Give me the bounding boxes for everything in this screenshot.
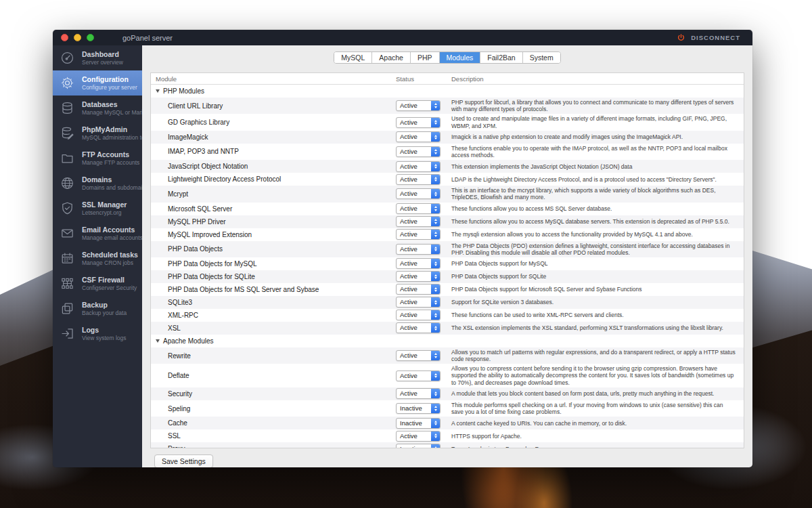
tab-modules[interactable]: Modules bbox=[440, 52, 481, 63]
tab-php[interactable]: PHP bbox=[411, 52, 440, 63]
module-name: ImageMagick bbox=[151, 133, 396, 141]
sidebar-item-configuration[interactable]: Configuration Configure your server bbox=[53, 70, 142, 96]
disconnect-label: DISCONNECT bbox=[691, 34, 740, 41]
sidebar-item-label: Configuration bbox=[82, 75, 137, 84]
module-description: This module performs spell checking on a… bbox=[450, 401, 738, 416]
sidebar-item-csf-firewall[interactable]: CSF Firewall Configserver Security bbox=[53, 271, 142, 296]
status-select-value: Active bbox=[397, 230, 431, 239]
module-description: Allows you to match url patterns with re… bbox=[450, 348, 738, 363]
status-select-value: Active bbox=[397, 371, 431, 381]
sidebar-item-phpmyadmin[interactable]: PhpMyAdmin MySQL administration tool bbox=[53, 121, 142, 146]
network-nodes-icon bbox=[59, 275, 76, 292]
status-select[interactable]: Active bbox=[396, 216, 441, 227]
status-select[interactable]: Active bbox=[396, 188, 441, 199]
app-window: goPanel server DISCONNECT Dashboard Serv… bbox=[53, 30, 752, 467]
sidebar-item-ssl-manager[interactable]: SSL Manager Letsencrypt.org bbox=[53, 196, 142, 221]
status-select[interactable]: Active bbox=[396, 174, 441, 185]
sidebar-item-sublabel: Manage CRON jobs bbox=[82, 259, 138, 267]
select-arrows-icon bbox=[431, 371, 440, 381]
select-arrows-icon bbox=[431, 245, 440, 254]
status-select-value: Inactive bbox=[397, 419, 431, 428]
close-window-button[interactable] bbox=[61, 34, 68, 41]
tab-mysql[interactable]: MySQL bbox=[334, 52, 372, 63]
status-select[interactable]: Active bbox=[396, 271, 441, 282]
disconnect-button[interactable]: DISCONNECT bbox=[664, 30, 752, 45]
sidebar-item-sublabel: Server overview bbox=[82, 59, 123, 66]
database-icon bbox=[59, 100, 76, 117]
status-select-value: Active bbox=[397, 351, 431, 360]
tab-system[interactable]: System bbox=[523, 52, 560, 63]
module-name: XSL bbox=[151, 324, 396, 332]
sidebar-item-domains[interactable]: Domains Domains and subdomains bbox=[53, 171, 142, 196]
module-description: A content cache keyed to URIs. You can c… bbox=[450, 419, 738, 427]
status-select[interactable]: Active bbox=[396, 310, 441, 320]
status-select[interactable]: Active bbox=[396, 229, 441, 240]
status-select[interactable]: Inactive bbox=[396, 444, 441, 448]
select-arrows-icon bbox=[431, 147, 440, 156]
status-select-value: Active bbox=[397, 297, 431, 307]
module-row: Deflate Active Allows you to compress co… bbox=[151, 364, 744, 387]
module-name: PHP Data Objects bbox=[151, 245, 396, 253]
module-row: GD Graphics Library Active Used to creat… bbox=[151, 114, 744, 130]
status-select[interactable]: Active bbox=[396, 371, 441, 381]
module-description: This extension implements the JavaScript… bbox=[450, 163, 738, 171]
titlebar[interactable]: goPanel server DISCONNECT bbox=[53, 30, 752, 45]
module-row: Microsoft SQL Server Active These functi… bbox=[151, 203, 744, 215]
select-arrows-icon bbox=[431, 284, 440, 294]
module-description: PHP Data Objects support for Microsoft S… bbox=[450, 285, 738, 293]
status-select[interactable]: Active bbox=[396, 203, 441, 214]
module-row: PHP Data Objects for SQLite Active PHP D… bbox=[151, 270, 744, 283]
status-select[interactable]: Active bbox=[396, 244, 441, 255]
status-select[interactable]: Active bbox=[396, 100, 441, 111]
power-icon bbox=[677, 33, 685, 42]
select-arrows-icon bbox=[431, 132, 440, 142]
sidebar-item-logs[interactable]: Logs View system logs bbox=[53, 321, 142, 346]
sidebar-item-sublabel: Manage MySQL or MariaDB bbox=[82, 109, 138, 117]
module-row: MySQL Improved Extension Active The mysq… bbox=[151, 228, 744, 241]
status-select-value: Inactive bbox=[397, 404, 431, 413]
sidebar-item-dashboard[interactable]: Dashboard Server overview bbox=[53, 45, 142, 70]
module-row: Rewrite Active Allows you to match url p… bbox=[151, 347, 744, 364]
status-select[interactable]: Active bbox=[396, 322, 441, 333]
sidebar-item-backup[interactable]: Backup Backup your data bbox=[53, 296, 142, 321]
status-select[interactable]: Active bbox=[396, 431, 441, 442]
status-select[interactable]: Active bbox=[396, 258, 441, 269]
group-header-row[interactable]: Apache Modules bbox=[151, 335, 744, 347]
zoom-window-button[interactable] bbox=[87, 34, 94, 41]
status-select[interactable]: Inactive bbox=[396, 418, 441, 429]
module-description: Imagick is a native php extension to cre… bbox=[450, 133, 738, 141]
status-select[interactable]: Active bbox=[396, 388, 441, 399]
disclosure-triangle-icon[interactable] bbox=[156, 339, 160, 343]
desktop-wallpaper: goPanel server DISCONNECT Dashboard Serv… bbox=[0, 0, 812, 508]
tab-fail2ban[interactable]: Fail2Ban bbox=[480, 52, 522, 63]
save-settings-button[interactable]: Save Settings bbox=[154, 454, 213, 467]
sidebar-item-label: SSL Manager bbox=[82, 200, 127, 209]
status-select[interactable]: Active bbox=[396, 284, 441, 295]
status-select[interactable]: Active bbox=[396, 161, 441, 172]
module-row: SSL Active HTTPS support for Apache. bbox=[151, 429, 744, 442]
sidebar-item-sublabel: MySQL administration tool bbox=[82, 134, 138, 142]
select-arrows-icon bbox=[431, 297, 440, 307]
status-select[interactable]: Active bbox=[396, 146, 441, 157]
group-header-row[interactable]: PHP Modules bbox=[151, 85, 744, 98]
minimize-window-button[interactable] bbox=[74, 34, 81, 41]
sidebar-item-ftp-accounts[interactable]: FTP Accounts Manage FTP accounts bbox=[53, 146, 142, 171]
select-arrows-icon bbox=[431, 389, 440, 398]
status-select-value: Active bbox=[397, 101, 431, 110]
select-arrows-icon bbox=[431, 431, 440, 441]
disclosure-triangle-icon[interactable] bbox=[156, 89, 160, 93]
sidebar-item-email-accounts[interactable]: Email Accounts Manage email accounts bbox=[53, 221, 142, 246]
select-arrows-icon bbox=[431, 175, 440, 184]
status-select-value: Active bbox=[397, 431, 431, 441]
status-select[interactable]: Active bbox=[396, 350, 441, 361]
status-select[interactable]: Active bbox=[396, 117, 441, 128]
status-select[interactable]: Active bbox=[396, 297, 441, 308]
sidebar-item-databases[interactable]: Databases Manage MySQL or MariaDB bbox=[53, 96, 142, 121]
sidebar-item-scheduled-tasks[interactable]: Scheduled tasks Manage CRON jobs bbox=[53, 246, 142, 271]
status-select[interactable]: Active bbox=[396, 131, 441, 142]
folder-icon bbox=[59, 150, 76, 167]
module-name: Security bbox=[151, 390, 396, 398]
tab-apache[interactable]: Apache bbox=[372, 52, 411, 63]
sidebar-item-label: Scheduled tasks bbox=[82, 251, 138, 259]
status-select[interactable]: Inactive bbox=[396, 403, 441, 414]
